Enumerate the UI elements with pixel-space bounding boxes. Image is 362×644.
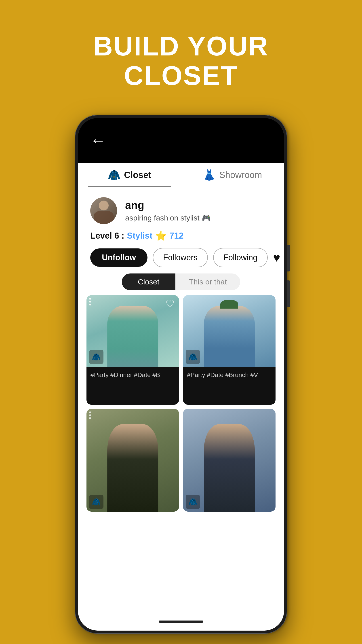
heart-icon[interactable]: ♥: [273, 251, 280, 264]
sec-tab-this-or-that[interactable]: This or that: [175, 274, 240, 290]
page-title: BUILD YOUR CLOSET: [93, 31, 269, 90]
level-row: Level 6 : Stylist ⭐ 712: [78, 228, 284, 245]
card1-heart-icon[interactable]: ♡: [165, 298, 175, 310]
title-line1: BUILD YOUR: [93, 31, 269, 61]
outfit-card-2[interactable]: 🧥 #Party #Date #Brunch #V: [183, 295, 276, 405]
outfit-grid: ♡ 🧥 #Party #Dinner #Date #B: [78, 294, 284, 514]
main-tab-bar: 🧥 Closet 👗 Showroom: [78, 163, 284, 188]
card4-closet-icon: 🧥: [186, 495, 200, 509]
level-points: 712: [169, 231, 183, 240]
avatar: [90, 197, 117, 224]
sec-tab-closet[interactable]: Closet: [122, 274, 175, 290]
bio-emoji: 🎮: [202, 214, 211, 222]
secondary-tab-bar: Closet This or that: [78, 270, 284, 294]
outfit-tags-2: #Party #Date #Brunch #V: [187, 372, 258, 378]
level-stylist-text: Stylist: [127, 231, 152, 240]
home-indicator: [159, 620, 203, 623]
bio-text: aspiring fashion stylist: [125, 214, 200, 222]
tab-closet[interactable]: 🧥 Closet: [78, 163, 181, 187]
card3-closet-icon: 🧥: [89, 495, 103, 509]
followers-button[interactable]: Followers: [153, 248, 208, 267]
back-arrow-icon[interactable]: ←: [90, 132, 106, 149]
outfit-tags-1: #Party #Dinner #Date #B: [90, 372, 160, 378]
level-label: Level 6 :: [90, 231, 124, 240]
showroom-rack-icon: 👗: [203, 169, 216, 181]
tab-showroom-label: Showroom: [219, 170, 262, 180]
home-indicator-bar: [78, 613, 284, 630]
tab-closet-label: Closet: [124, 170, 151, 180]
level-star-icon: ⭐: [155, 230, 167, 241]
closet-hanger-icon: 🧥: [108, 169, 120, 181]
top-bar: ←: [78, 118, 284, 163]
outfit-card-4[interactable]: 🧥: [183, 409, 276, 512]
profile-section: ang aspiring fashion stylist 🎮: [78, 188, 284, 228]
side-button: [287, 245, 290, 272]
profile-bio: aspiring fashion stylist 🎮: [125, 214, 211, 222]
more-dots-icon: [89, 298, 91, 300]
card2-closet-icon: 🧥: [186, 350, 200, 364]
card1-closet-icon: 🧥: [89, 350, 103, 364]
phone-device: ← 🧥 Closet 👗 Showroom: [75, 115, 287, 634]
profile-info: ang aspiring fashion stylist 🎮: [125, 199, 211, 222]
action-buttons-row: Unfollow Followers Following ♥ ≡: [78, 245, 284, 270]
outfit-card-1[interactable]: ♡ 🧥 #Party #Dinner #Date #B: [86, 295, 179, 405]
following-button[interactable]: Following: [213, 248, 268, 267]
side-button-2: [287, 280, 290, 307]
unfollow-button[interactable]: Unfollow: [90, 248, 147, 267]
tab-showroom[interactable]: 👗 Showroom: [181, 163, 284, 187]
title-line2: CLOSET: [124, 60, 238, 90]
outfit-card-3[interactable]: 🧥: [86, 409, 179, 512]
profile-username: ang: [125, 199, 211, 211]
